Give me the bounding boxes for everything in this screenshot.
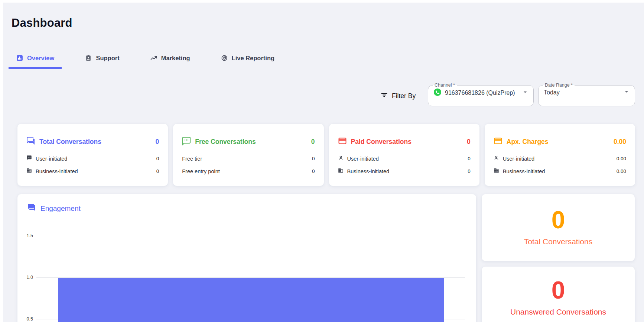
y-axis-tick: 0.5: [17, 316, 33, 322]
left-edge-strip: [0, 0, 3, 322]
stat-row-user-initiated: User-initiated 0: [338, 154, 471, 163]
plot-right-gridline: [453, 277, 453, 322]
channel-select-value: 916376681826 (QuizPrep): [445, 90, 515, 96]
whatsapp-icon: [433, 88, 442, 98]
date-range-select[interactable]: Date Range * Today: [538, 83, 635, 106]
card-free-conversations: Free Conversations 0 Free tier 0 Free en…: [173, 124, 323, 186]
chevron-down-icon: [623, 88, 630, 97]
stat-card-title: Total Conversations: [39, 138, 101, 146]
credit-card-icon: [338, 136, 347, 147]
building-icon: [494, 168, 499, 175]
trending-up-icon: [150, 54, 157, 62]
stat-card-value: 0: [311, 138, 315, 146]
radar-icon: [221, 54, 228, 62]
stat-card-value: 0.00: [614, 138, 626, 146]
stat-row-free-entry-point: Free entry point 0: [182, 167, 315, 176]
stat-row-business-initiated: Business-initiated 0.00: [494, 167, 626, 176]
card-total-conversations: Total Conversations 0 User-initiated 0 B…: [17, 124, 168, 186]
stat-card-title: Free Conversations: [195, 138, 256, 146]
summary-column: 0 Total Conversations 0 Unanswered Conve…: [482, 194, 635, 322]
stat-card-title: Apx. Charges: [507, 138, 549, 146]
card-unanswered-conversations-summary: 0 Unanswered Conversations: [482, 267, 635, 322]
channel-select[interactable]: Channel * 916376681826 (QuizPrep): [428, 83, 534, 106]
filter-by-label: Filter By: [380, 91, 416, 101]
stat-card-title: Paid Conversations: [351, 138, 412, 146]
tab-overview[interactable]: Overview: [9, 54, 62, 69]
bottom-section: Engagement 1.5 1.0 0.5 0 Total Conversat…: [17, 194, 635, 322]
tab-label: Live Reporting: [232, 55, 275, 62]
filter-icon: [380, 91, 388, 101]
badge-icon: [85, 54, 92, 62]
stat-card-value: 0: [156, 138, 159, 146]
stat-row-free-tier: Free tier 0: [182, 154, 315, 163]
forum-icon: [27, 203, 36, 214]
tab-support[interactable]: Support: [77, 54, 127, 69]
person-icon: [494, 155, 499, 162]
date-range-select-value: Today: [544, 89, 560, 96]
stat-row-user-initiated: User-initiated 0.00: [494, 154, 626, 163]
tab-label: Overview: [27, 55, 54, 62]
card-apx-charges: Apx. Charges 0.00 User-initiated 0.00 Bu…: [485, 124, 635, 186]
page-title: Dashboard: [12, 16, 72, 30]
building-icon: [26, 168, 32, 175]
tab-live-reporting[interactable]: Live Reporting: [213, 54, 282, 69]
engagement-chart-card: Engagement 1.5 1.0 0.5: [17, 194, 476, 322]
engagement-title: Engagement: [27, 203, 81, 214]
building-icon: [338, 168, 344, 175]
date-range-select-label: Date Range *: [543, 83, 575, 88]
tab-label: Marketing: [161, 55, 190, 62]
channel-select-label: Channel *: [433, 83, 457, 88]
y-axis-tick: 1.5: [17, 233, 33, 239]
stat-card-value: 0: [467, 138, 471, 146]
bar-chart-icon: [16, 54, 23, 62]
chevron-down-icon: [521, 88, 529, 97]
card-total-conversations-summary: 0 Total Conversations: [482, 194, 635, 261]
summary-value: 0: [552, 278, 565, 302]
forum-icon: [26, 136, 35, 147]
credit-card-icon: [494, 136, 502, 147]
top-edge-strip: [0, 0, 644, 3]
chat-icon: [182, 136, 191, 147]
stat-row-business-initiated: Business-initiated 0: [26, 167, 159, 176]
person-icon: [338, 155, 344, 162]
summary-value: 0: [552, 207, 565, 232]
stat-row-business-initiated: Business-initiated 0: [338, 167, 471, 176]
summary-label: Unanswered Conversations: [510, 307, 606, 316]
summary-label: Total Conversations: [524, 237, 592, 246]
tab-label: Support: [96, 55, 119, 62]
tab-bar: Overview Support Marketing Live Reportin…: [9, 54, 282, 69]
sms-icon: [26, 155, 32, 162]
gridline: [36, 236, 465, 236]
engagement-bar[interactable]: [58, 278, 444, 322]
tab-marketing[interactable]: Marketing: [143, 54, 198, 69]
stat-row-user-initiated: User-initiated 0: [26, 154, 159, 163]
dashboard-page: Dashboard Overview Support Marketing Liv…: [0, 0, 644, 322]
y-axis-tick: 1.0: [17, 274, 33, 280]
card-paid-conversations: Paid Conversations 0 User-initiated 0 Bu…: [329, 124, 479, 186]
stat-cards-row: Total Conversations 0 User-initiated 0 B…: [17, 124, 635, 186]
